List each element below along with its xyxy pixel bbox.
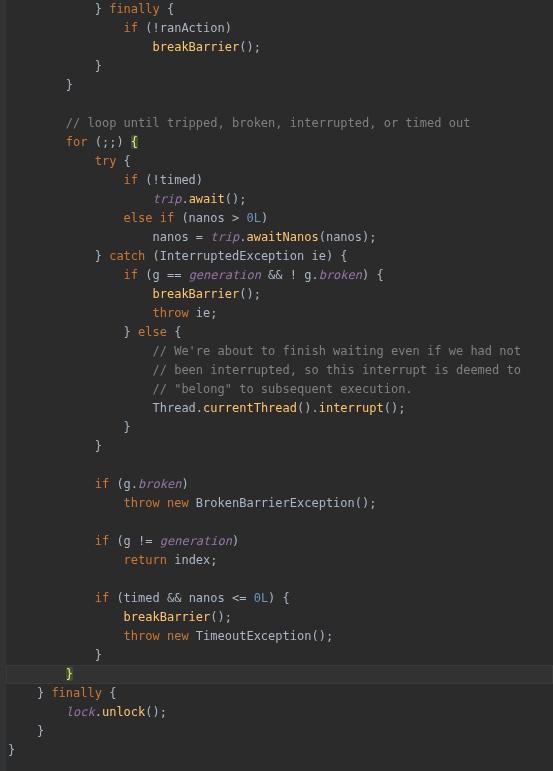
code-line[interactable]: throw new TimeoutException();: [6, 627, 553, 646]
token: ): [261, 211, 268, 225]
indent: [8, 306, 153, 320]
token: .: [95, 705, 102, 719]
code-area[interactable]: } finally { if (!ranAction) breakBarrier…: [6, 0, 553, 771]
indent: [8, 78, 66, 92]
token: throw new: [124, 496, 189, 510]
code-line[interactable]: lock.unlock();: [6, 703, 553, 722]
token: currentThread: [203, 401, 297, 415]
token: (g ==: [138, 268, 189, 282]
code-line[interactable]: Thread.currentThread().interrupt();: [6, 399, 553, 418]
token: // loop until tripped, broken, interrupt…: [66, 116, 471, 130]
code-line[interactable]: }: [6, 741, 553, 760]
token: (timed && nanos <=: [109, 591, 254, 605]
code-line[interactable]: breakBarrier();: [6, 608, 553, 627]
token: {: [167, 325, 181, 339]
token: broken: [319, 268, 362, 282]
indent: [8, 534, 95, 548]
code-line[interactable]: // been interrupted, so this interrupt i…: [6, 361, 553, 380]
token: catch: [109, 249, 145, 263]
code-line[interactable]: for (;;) {: [6, 133, 553, 152]
code-line[interactable]: }: [6, 646, 553, 665]
code-line[interactable]: }: [6, 418, 553, 437]
code-line[interactable]: try {: [6, 152, 553, 171]
code-line[interactable]: throw ie;: [6, 304, 553, 323]
token: breakBarrier: [124, 610, 211, 624]
token: if: [124, 268, 138, 282]
token: else: [138, 325, 167, 339]
code-line[interactable]: // loop until tripped, broken, interrupt…: [6, 114, 553, 133]
indent: [8, 192, 153, 206]
code-line[interactable]: }: [6, 665, 553, 684]
code-line[interactable]: nanos = trip.awaitNanos(nanos);: [6, 228, 553, 247]
code-line[interactable]: } finally {: [6, 0, 553, 19]
code-line[interactable]: breakBarrier();: [6, 285, 553, 304]
token: ();: [239, 40, 261, 54]
indent: [8, 154, 95, 168]
code-line[interactable]: }: [6, 57, 553, 76]
token: }: [8, 743, 15, 757]
code-line[interactable]: [6, 456, 553, 475]
token: }: [95, 648, 102, 662]
indent: [8, 59, 95, 73]
token: breakBarrier: [153, 40, 240, 54]
code-line[interactable]: else if (nanos > 0L): [6, 209, 553, 228]
indent: [8, 496, 124, 510]
token: ();: [225, 192, 247, 206]
token: && ! g.: [261, 268, 319, 282]
code-line[interactable]: if (!timed): [6, 171, 553, 190]
token: [131, 325, 138, 339]
indent: [8, 40, 153, 54]
indent: [8, 363, 153, 377]
code-line[interactable]: // We're about to finish waiting even if…: [6, 342, 553, 361]
code-line[interactable]: if (g != generation): [6, 532, 553, 551]
code-line[interactable]: } catch (InterruptedException ie) {: [6, 247, 553, 266]
code-line[interactable]: if (g.broken): [6, 475, 553, 494]
token: ();: [239, 287, 261, 301]
code-line[interactable]: if (timed && nanos <= 0L) {: [6, 589, 553, 608]
code-line[interactable]: } else {: [6, 323, 553, 342]
token: {: [116, 154, 130, 168]
indent: [8, 249, 95, 263]
token: ();: [311, 629, 333, 643]
code-line[interactable]: [6, 570, 553, 589]
code-line[interactable]: trip.await();: [6, 190, 553, 209]
token: try: [95, 154, 117, 168]
token: (nanos: [174, 211, 232, 225]
token: .: [181, 192, 188, 206]
token: }: [37, 724, 44, 738]
token: }: [95, 59, 102, 73]
token: ) {: [362, 268, 384, 282]
code-line[interactable]: [6, 95, 553, 114]
token: throw: [153, 306, 189, 320]
code-line[interactable]: // "belong" to subsequent execution.: [6, 380, 553, 399]
token: for: [66, 135, 88, 149]
indent: [8, 610, 124, 624]
code-line[interactable]: } finally {: [6, 684, 553, 703]
code-line[interactable]: }: [6, 722, 553, 741]
token: unlock: [102, 705, 145, 719]
code-line[interactable]: if (g == generation && ! g.broken) {: [6, 266, 553, 285]
code-line[interactable]: }: [6, 76, 553, 95]
token: ) {: [268, 591, 290, 605]
token: }: [95, 2, 102, 16]
token: trip: [153, 192, 182, 206]
indent: [8, 135, 66, 149]
code-line[interactable]: [6, 513, 553, 532]
token: (!ranAction): [138, 21, 232, 35]
indent: [8, 553, 124, 567]
indent: [8, 686, 37, 700]
token: 0L: [254, 591, 268, 605]
token: ();: [384, 401, 406, 415]
code-line[interactable]: }: [6, 437, 553, 456]
token: ): [232, 534, 239, 548]
code-editor[interactable]: } finally { if (!ranAction) breakBarrier…: [0, 0, 553, 771]
token: await: [189, 192, 225, 206]
code-line[interactable]: throw new BrokenBarrierException();: [6, 494, 553, 513]
token: {: [160, 2, 174, 16]
token: trip: [210, 230, 239, 244]
token: ();: [355, 496, 377, 510]
code-line[interactable]: breakBarrier();: [6, 38, 553, 57]
code-line[interactable]: return index;: [6, 551, 553, 570]
token: awaitNanos: [246, 230, 318, 244]
code-line[interactable]: if (!ranAction): [6, 19, 553, 38]
